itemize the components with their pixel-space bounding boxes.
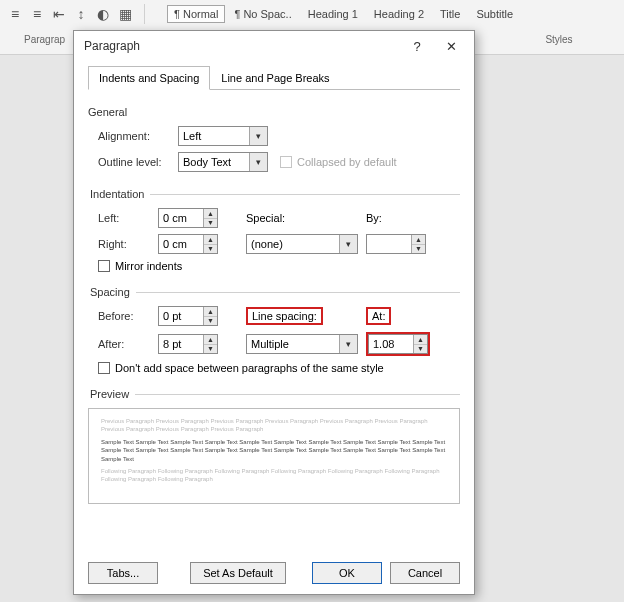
- at-spinner[interactable]: 1.08 ▲▼: [368, 334, 428, 354]
- indent-right-spinner[interactable]: 0 cm ▲▼: [158, 234, 218, 254]
- style-heading2[interactable]: Heading 2: [367, 5, 431, 23]
- linespacing-label: Line spacing:: [246, 310, 346, 322]
- sort-icon[interactable]: ↕: [70, 3, 92, 25]
- help-button[interactable]: ?: [400, 33, 434, 59]
- style-heading1[interactable]: Heading 1: [301, 5, 365, 23]
- cancel-button[interactable]: Cancel: [390, 562, 460, 584]
- list-num-icon[interactable]: ≡: [26, 3, 48, 25]
- style-nospacing[interactable]: ¶ No Spac..: [227, 5, 298, 23]
- by-spinner[interactable]: ▲▼: [366, 234, 426, 254]
- list-icon[interactable]: ≡: [4, 3, 26, 25]
- outline-label: Outline level:: [98, 156, 178, 168]
- border-icon[interactable]: ▦: [114, 3, 136, 25]
- alignment-select[interactable]: Left ▾: [178, 126, 268, 146]
- style-normal[interactable]: ¶ Normal: [167, 5, 225, 23]
- chevron-down-icon: ▾: [249, 127, 267, 145]
- tabs-button[interactable]: Tabs...: [88, 562, 158, 584]
- ok-button[interactable]: OK: [312, 562, 382, 584]
- tab-indents-spacing[interactable]: Indents and Spacing: [88, 66, 210, 90]
- indent-icon[interactable]: ⇤: [48, 3, 70, 25]
- alignment-label: Alignment:: [98, 130, 178, 142]
- indent-right-label: Right:: [98, 238, 158, 250]
- ribbon-group-styles: Styles: [514, 34, 604, 45]
- indent-left-label: Left:: [98, 212, 158, 224]
- special-select[interactable]: (none) ▾: [246, 234, 358, 254]
- style-title[interactable]: Title: [433, 5, 467, 23]
- paint-icon[interactable]: ◐: [92, 3, 114, 25]
- dialog-titlebar: Paragraph ? ✕: [74, 31, 474, 61]
- chevron-down-icon: ▾: [339, 235, 357, 253]
- dialog-title: Paragraph: [84, 39, 400, 53]
- before-label: Before:: [98, 310, 158, 322]
- tab-line-page-breaks[interactable]: Line and Page Breaks: [210, 66, 340, 90]
- section-general: General: [88, 106, 460, 118]
- divider: [144, 4, 145, 24]
- section-indentation: Indentation Left: 0 cm ▲▼ Special: By: R…: [88, 188, 460, 272]
- after-label: After:: [98, 338, 158, 350]
- chevron-down-icon: ▾: [249, 153, 267, 171]
- section-preview: Preview Previous Paragraph Previous Para…: [88, 388, 460, 504]
- before-spinner[interactable]: 0 pt ▲▼: [158, 306, 218, 326]
- paragraph-dialog: Paragraph ? ✕ Indents and Spacing Line a…: [73, 30, 475, 595]
- preview-box: Previous Paragraph Previous Paragraph Pr…: [88, 408, 460, 504]
- dialog-tabs: Indents and Spacing Line and Page Breaks: [88, 65, 460, 90]
- special-label: Special:: [246, 212, 346, 224]
- dialog-buttons: Tabs... Set As Default OK Cancel: [88, 562, 460, 584]
- outline-select[interactable]: Body Text ▾: [178, 152, 268, 172]
- after-spinner[interactable]: 8 pt ▲▼: [158, 334, 218, 354]
- at-label: At:: [366, 310, 416, 322]
- collapsed-checkbox: Collapsed by default: [280, 156, 397, 168]
- indent-left-spinner[interactable]: 0 cm ▲▼: [158, 208, 218, 228]
- linespacing-select[interactable]: Multiple ▾: [246, 334, 358, 354]
- close-button[interactable]: ✕: [434, 33, 468, 59]
- section-spacing: Spacing Before: 0 pt ▲▼ Line spacing: At…: [88, 286, 460, 374]
- dont-add-space-checkbox[interactable]: Don't add space between paragraphs of th…: [98, 362, 460, 374]
- set-default-button[interactable]: Set As Default: [190, 562, 286, 584]
- style-subtitle[interactable]: Subtitle: [469, 5, 520, 23]
- chevron-down-icon: ▾: [339, 335, 357, 353]
- mirror-indents-checkbox[interactable]: Mirror indents: [98, 260, 460, 272]
- by-label: By:: [366, 212, 416, 224]
